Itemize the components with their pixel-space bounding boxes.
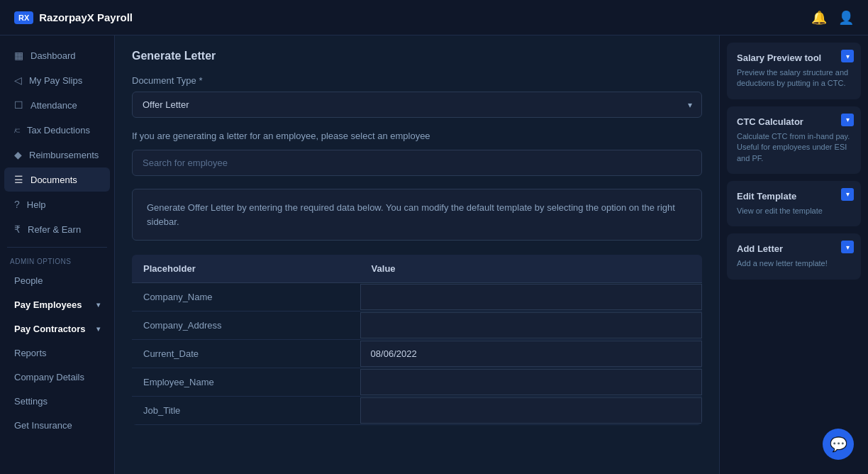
sidebar-item-label: Tax Deductions	[27, 125, 90, 136]
value-input[interactable]	[360, 341, 702, 367]
info-box: Generate Offer Letter by entering the re…	[132, 189, 702, 241]
tool-card-desc: Calculate CTC from in-hand pay. Useful f…	[737, 131, 851, 164]
documents-icon: ☰	[14, 174, 23, 185]
logo-icon: RX	[14, 11, 33, 24]
sidebar: ▦ Dashboard ◁ My Pay Slips ☐ Attendance …	[0, 35, 115, 474]
value-input[interactable]	[360, 397, 702, 424]
pay-employees-label: Pay Employees	[14, 299, 82, 310]
sidebar-item-attendance[interactable]: ☐ Attendance	[4, 93, 110, 117]
placeholder-cell: Company_Address	[132, 312, 360, 340]
tool-card-expand-icon[interactable]: ▾	[841, 114, 854, 126]
tool-card-expand-icon[interactable]: ▾	[841, 50, 854, 62]
sidebar-item-dashboard[interactable]: ▦ Dashboard	[4, 43, 110, 67]
sidebar-item-label: My Pay Slips	[29, 75, 82, 86]
payslips-icon: ◁	[14, 75, 22, 86]
sidebar-item-pay-contractors[interactable]: Pay Contractors ▾	[4, 317, 110, 341]
logo: RX RazorpayX Payroll	[14, 11, 133, 24]
attendance-icon: ☐	[14, 99, 23, 111]
placeholder-cell: Company_Name	[132, 283, 360, 312]
user-account-icon[interactable]: 👤	[838, 10, 854, 26]
employee-search-label: If you are generating a letter for an em…	[132, 131, 702, 141]
tool-card-title: CTC Calculator	[737, 116, 851, 127]
table-row: Company_Name	[132, 283, 702, 312]
admin-section-label: ADMIN OPTIONS	[0, 253, 114, 268]
document-type-select-wrapper: Offer Letter ▾	[132, 92, 702, 118]
col-value-header: Value	[360, 255, 702, 283]
sidebar-item-reports[interactable]: Reports	[4, 341, 110, 365]
tool-card-expand-icon[interactable]: ▾	[841, 188, 854, 201]
sidebar-item-label: Dashboard	[30, 50, 76, 61]
sidebar-item-get-insurance[interactable]: Get Insurance	[4, 414, 110, 437]
value-input[interactable]	[360, 312, 702, 338]
sidebar-item-refer-earn[interactable]: ₹ Refer & Earn	[4, 217, 110, 241]
page-title: Generate Letter	[132, 50, 702, 62]
col-placeholder-header: Placeholder	[132, 255, 360, 283]
placeholder-table: Placeholder Value Company_NameCompany_Ad…	[132, 255, 702, 425]
search-input[interactable]	[132, 150, 702, 176]
tool-card-desc: View or edit the template	[737, 206, 851, 216]
tool-card-desc: Preview the salary structure and deducti…	[737, 67, 851, 89]
sidebar-item-reimbursements[interactable]: ◆ Reimbursements	[4, 143, 110, 167]
chat-button[interactable]: 💬	[823, 429, 854, 460]
reports-label: Reports	[14, 348, 47, 358]
notification-bell-icon[interactable]: 🔔	[811, 10, 827, 26]
chevron-down-icon: ▾	[96, 325, 100, 333]
right-sidebar: ▾Salary Preview toolPreview the salary s…	[719, 35, 868, 474]
dashboard-icon: ▦	[14, 50, 23, 61]
sidebar-item-help[interactable]: ? Help	[4, 192, 110, 216]
pay-contractors-label: Pay Contractors	[14, 324, 85, 334]
people-label: People	[14, 275, 43, 286]
get-insurance-label: Get Insurance	[14, 420, 72, 431]
tool-card-title: Edit Template	[737, 191, 851, 202]
placeholder-cell: Current_Date	[132, 340, 360, 368]
sidebar-item-people[interactable]: People	[4, 269, 110, 292]
reimbursements-icon: ◆	[14, 149, 22, 160]
chevron-down-icon: ▾	[96, 301, 100, 309]
refer-icon: ₹	[14, 224, 21, 235]
header: RX RazorpayX Payroll 🔔 👤	[0, 0, 868, 35]
table-row: Employee_Name	[132, 368, 702, 397]
sidebar-item-documents[interactable]: ☰ Documents	[4, 167, 110, 192]
sidebar-item-label: Attendance	[30, 100, 77, 111]
main-layout: ▦ Dashboard ◁ My Pay Slips ☐ Attendance …	[0, 35, 868, 474]
placeholder-cell: Employee_Name	[132, 368, 360, 397]
company-details-label: Company Details	[14, 372, 84, 382]
tool-card-desc: Add a new letter template!	[737, 258, 851, 269]
table-row: Job_Title	[132, 397, 702, 425]
logo-text: RazorpayX Payroll	[39, 11, 133, 23]
content-area: Generate Letter Document Type * Offer Le…	[115, 35, 719, 474]
settings-label: Settings	[14, 396, 48, 407]
value-input[interactable]	[360, 369, 702, 395]
sidebar-item-label: Documents	[30, 175, 77, 185]
help-icon: ?	[14, 199, 20, 210]
sidebar-item-company-details[interactable]: Company Details	[4, 365, 110, 389]
sidebar-item-label: Help	[27, 199, 46, 210]
sidebar-divider	[7, 247, 107, 248]
tax-icon: ⟈	[14, 124, 20, 136]
document-type-label: Document Type *	[132, 75, 702, 86]
sidebar-item-label: Refer & Earn	[28, 224, 81, 235]
tool-card-add-letter[interactable]: ▾Add LetterAdd a new letter template!	[727, 233, 861, 279]
sidebar-item-settings[interactable]: Settings	[4, 390, 110, 413]
header-icons: 🔔 👤	[811, 10, 854, 26]
sidebar-item-tax-deductions[interactable]: ⟈ Tax Deductions	[4, 118, 110, 142]
sidebar-item-label: Reimbursements	[29, 150, 99, 160]
generate-letter-form: Document Type * Offer Letter ▾ If you ar…	[132, 75, 702, 425]
sidebar-item-pay-slips[interactable]: ◁ My Pay Slips	[4, 68, 110, 92]
sidebar-item-pay-employees[interactable]: Pay Employees ▾	[4, 293, 110, 316]
table-row: Current_Date	[132, 340, 702, 368]
placeholder-cell: Job_Title	[132, 397, 360, 425]
value-input[interactable]	[360, 284, 702, 310]
document-type-select[interactable]: Offer Letter	[132, 92, 702, 118]
tool-card-edit-template[interactable]: ▾Edit TemplateView or edit the template	[727, 181, 861, 226]
tool-card-salary-preview[interactable]: ▾Salary Preview toolPreview the salary s…	[727, 43, 861, 99]
tool-card-expand-icon[interactable]: ▾	[841, 241, 854, 253]
table-row: Company_Address	[132, 312, 702, 340]
tool-card-title: Salary Preview tool	[737, 53, 851, 63]
tool-card-title: Add Letter	[737, 243, 851, 254]
tool-card-ctc-calculator[interactable]: ▾CTC CalculatorCalculate CTC from in-han…	[727, 106, 861, 174]
